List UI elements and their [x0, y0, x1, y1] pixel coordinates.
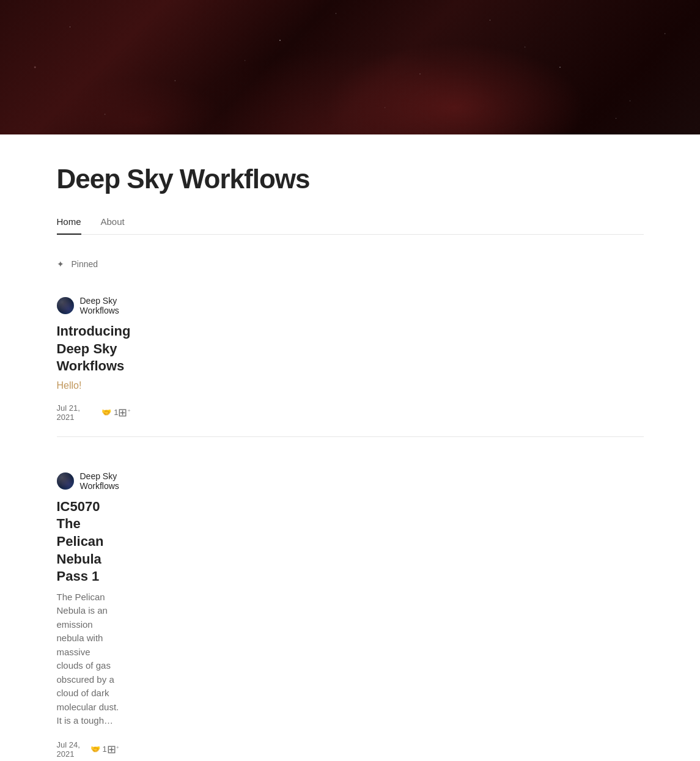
site-title: Deep Sky Workflows	[57, 164, 644, 194]
nav-tab-home[interactable]: Home	[57, 209, 81, 234]
hero-banner	[0, 0, 700, 134]
author-avatar-1	[57, 297, 74, 314]
post-author-row-1: Deep Sky Workflows	[57, 296, 131, 315]
post-meta-left-1: Jul 21, 2021 🤝 1	[57, 403, 119, 422]
bookmark-button-1[interactable]: ⊞+	[118, 406, 130, 419]
post-title-2[interactable]: IC5070 The Pelican Nebula Pass 1	[57, 498, 119, 586]
post-meta-1: Jul 21, 2021 🤝 1 ⊞+	[57, 403, 131, 422]
post-author-row-2: Deep Sky Workflows	[57, 471, 119, 491]
post-title-1[interactable]: Introducing Deep Sky Workflows	[57, 323, 131, 375]
post-date-2: Jul 24, 2021	[57, 740, 83, 759]
post-card-2: Deep Sky Workflows IC5070 The Pelican Ne…	[57, 437, 644, 761]
post-content-2: Deep Sky Workflows IC5070 The Pelican Ne…	[57, 452, 144, 759]
post-card-1: Deep Sky Workflows Introducing Deep Sky …	[57, 281, 644, 437]
post-meta-left-2: Jul 24, 2021 🤝 1	[57, 740, 107, 759]
post-subtitle-2: The Pelican Nebula is an emission nebula…	[57, 590, 119, 728]
clap-icon-glyph: 🤝	[101, 408, 111, 417]
pin-icon: ✦	[57, 259, 67, 269]
site-navigation: Home About	[57, 209, 644, 235]
site-title-section: Deep Sky Workflows	[57, 134, 644, 209]
clap-number-2: 1	[103, 744, 107, 754]
clap-icon-glyph-2: 🤝	[90, 744, 100, 754]
post-subtitle-1: Hello!	[57, 380, 131, 391]
post-content-1: Deep Sky Workflows Introducing Deep Sky …	[57, 296, 155, 422]
post-date-1: Jul 21, 2021	[57, 403, 95, 422]
clap-number-1: 1	[114, 408, 118, 417]
pinned-section-label: ✦ Pinned	[57, 259, 644, 269]
author-avatar-2	[57, 472, 74, 490]
pinned-text: Pinned	[72, 259, 98, 269]
clap-count-2: 🤝 1	[90, 744, 107, 754]
post-meta-2: Jul 24, 2021 🤝 1 ⊞+	[57, 740, 119, 759]
author-name-1: Deep Sky Workflows	[80, 296, 131, 315]
bookmark-button-2[interactable]: ⊞+	[107, 743, 119, 756]
clap-count-1: 🤝 1	[101, 408, 118, 417]
author-name-2: Deep Sky Workflows	[80, 471, 119, 491]
nav-tab-about[interactable]: About	[101, 209, 125, 234]
